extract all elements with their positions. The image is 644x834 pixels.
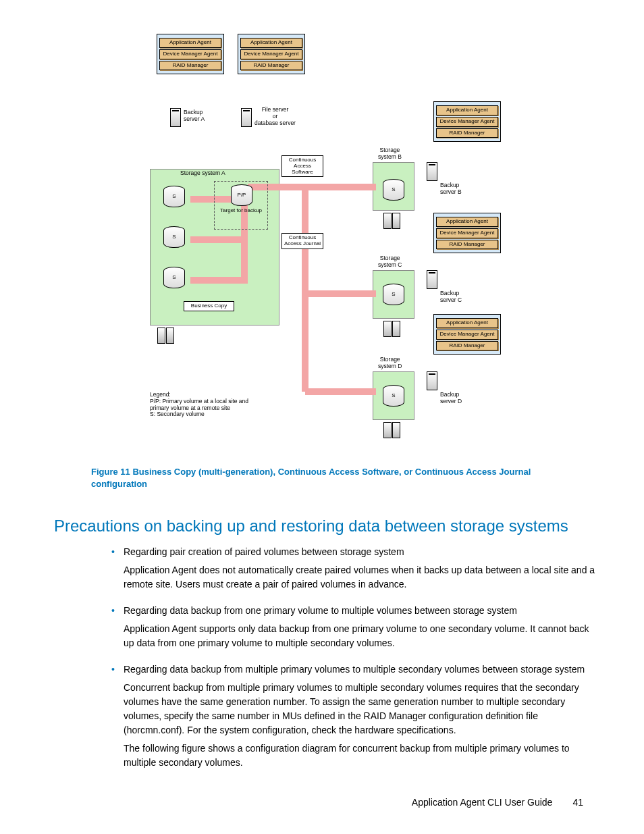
list-item: Regarding pair creation of paired volume…	[111, 545, 597, 592]
architecture-diagram: Application Agent Device Manager Agent R…	[150, 34, 501, 446]
stack-backup-d: Application Agent Device Manager Agent R…	[433, 314, 501, 355]
section-heading: Precautions on backing up and restoring …	[54, 517, 597, 536]
list-item: Regarding data backup from multiple prim…	[111, 662, 597, 770]
list-item: Regarding data backup from one primary v…	[111, 604, 597, 650]
bullet-title: Regarding data backup from one primary v…	[124, 605, 517, 616]
bullet-title: Regarding data backup from multiple prim…	[124, 664, 585, 675]
stack-backup-c: Application Agent Device Manager Agent R…	[433, 213, 501, 253]
label-business-copy: Business Copy	[184, 301, 234, 311]
pill-raid-mgr: RAID Manager	[159, 61, 221, 71]
figure-caption: Figure 11 Business Copy (multi-generatio…	[91, 466, 560, 490]
footer-title: Application Agent CLI User Guide	[412, 797, 553, 808]
pill-dev-mgr: Device Manager Agent	[159, 49, 221, 59]
label-backup-a: Backup server A	[184, 109, 205, 123]
page-footer: Application Agent CLI User Guide 41	[54, 797, 597, 808]
stack-backup-a: Application Agent Device Manager Agent R…	[157, 34, 224, 74]
server-icon	[170, 108, 181, 127]
bullet-title: Regarding pair creation of paired volume…	[124, 546, 404, 557]
label-file-server: File server or database server	[254, 107, 296, 126]
stack-file-server: Application Agent Device Manager Agent R…	[238, 34, 305, 74]
bullet-body2: The following figure shows a configurati…	[124, 741, 597, 770]
bullet-body: Application Agent supports only data bac…	[124, 622, 597, 650]
pill-app-agent: Application Agent	[159, 38, 221, 48]
label-cont-access-jrnl: Continuous Access Journal	[281, 233, 323, 249]
footer-page: 41	[572, 797, 583, 808]
server-icon	[241, 108, 252, 127]
bullet-body: Concurrent backup from multiple primary …	[124, 681, 597, 737]
bullet-body: Application Agent does not automatically…	[124, 563, 597, 592]
label-cont-access-sw: Continuous Access Software	[281, 155, 323, 177]
bullet-list: Regarding pair creation of paired volume…	[54, 545, 597, 770]
label-storage-a: Storage system A	[180, 170, 225, 177]
legend: Legend: P/P: Primary volume at a local s…	[150, 392, 285, 418]
stack-backup-b: Application Agent Device Manager Agent R…	[433, 101, 501, 142]
